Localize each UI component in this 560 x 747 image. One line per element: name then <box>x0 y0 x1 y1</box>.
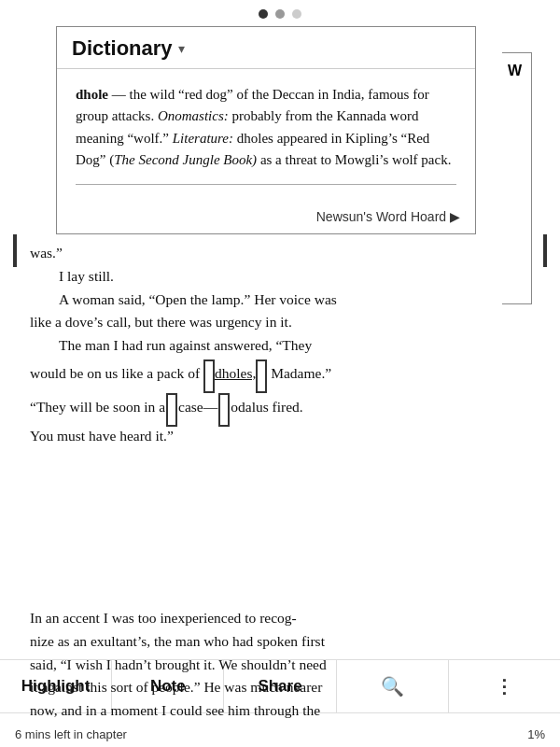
time-left: 6 mins left in chapter <box>15 727 127 741</box>
line7-mid: case— <box>178 399 217 415</box>
selection-handle-left-2 <box>166 393 177 427</box>
dot-2[interactable] <box>275 9 285 19</box>
onomastics-label: Onomastics: <box>158 108 229 123</box>
dictionary-title: Dictionary <box>72 36 173 61</box>
line7-start: “They will be soon in a <box>30 399 165 415</box>
end-text: as a threat to Mowgli’s wolf pack. <box>257 152 451 167</box>
dot-3[interactable] <box>292 9 301 19</box>
dictionary-panel: Dictionary ▾ dhole — the wild “red dog” … <box>56 26 476 234</box>
selection-handle-right <box>256 359 267 393</box>
after-line-3: said, “I wish I hadn’t brought it. We sh… <box>30 654 530 677</box>
literature-label: Literature: <box>173 131 233 146</box>
after-line-2: nize as an exultant’s, the man who had s… <box>30 630 530 654</box>
line6-start: would be on us like a pack of <box>30 365 203 381</box>
right-margin-bar <box>543 234 547 267</box>
text-line-1: was.” <box>30 242 530 265</box>
dictionary-divider <box>76 184 456 185</box>
entry-headword: dhole <box>76 87 108 102</box>
text-line-2: I lay still. <box>30 265 530 289</box>
line6-end: Madame.” <box>267 365 331 381</box>
after-line-5: now, and in a moment I could see him thr… <box>30 699 530 723</box>
dictionary-header[interactable]: Dictionary ▾ <box>57 27 475 69</box>
selection-handle-left <box>203 359 215 393</box>
text-line-4: like a dove’s call, but there was urgenc… <box>30 311 530 334</box>
dictionary-body: dhole — the wild “red dog” of the Deccan… <box>57 69 475 205</box>
left-margin-bar <box>13 234 17 267</box>
pagination-dots <box>0 0 560 26</box>
text-line-7: “They will be soon in acase—odalus fired… <box>30 391 530 425</box>
right-panel-letter: W <box>502 53 531 79</box>
dictionary-dropdown-arrow[interactable]: ▾ <box>178 41 185 56</box>
after-line-1: In an accent I was too inexperienced to … <box>30 607 530 630</box>
selection-handle-right-2 <box>218 393 230 427</box>
word-hoard-arrow: ▶ <box>450 209 460 224</box>
text-line-8-cutoff: You must have heard it.” <box>30 425 530 448</box>
status-bar: 6 mins left in chapter 1% <box>0 727 560 741</box>
book-text-area: was.” I lay still. A woman said, “Open t… <box>0 234 560 448</box>
word-hoard-label: Newsun's Word Hoard <box>316 209 446 224</box>
after-line-4: it against this sort of people.” He was … <box>30 676 530 699</box>
jungle-book-title: The Second Jungle Book) <box>114 152 257 167</box>
line7-end: odalus fired. <box>231 399 302 415</box>
after-toolbar-text: In an accent I was too inexperienced to … <box>30 607 530 723</box>
selected-word-dholes: dholes, <box>215 365 256 381</box>
em-dash: — <box>108 87 130 102</box>
text-line-5: The man I had run against answered, “The… <box>30 334 530 358</box>
progress-percent: 1% <box>527 727 545 741</box>
dictionary-footer[interactable]: Newsun's Word Hoard ▶ <box>57 205 475 233</box>
dot-1[interactable] <box>259 9 268 19</box>
text-line-6: would be on us like a pack of dholes, Ma… <box>30 358 530 391</box>
text-line-3: A woman said, “Open the lamp.” Her voice… <box>30 289 530 312</box>
